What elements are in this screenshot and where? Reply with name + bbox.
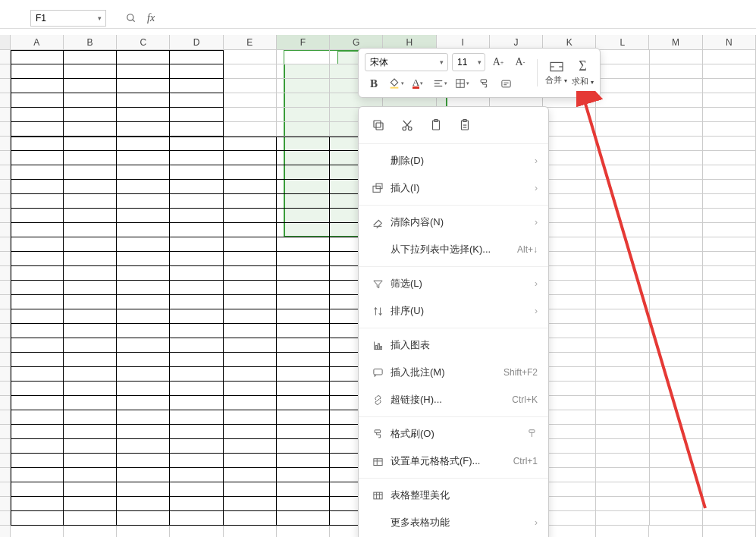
cell[interactable] <box>596 137 649 151</box>
cell[interactable] <box>117 324 170 338</box>
cell[interactable] <box>117 281 170 295</box>
cell[interactable] <box>703 382 756 396</box>
cell[interactable] <box>117 439 170 454</box>
column-header-A[interactable]: A <box>11 35 64 49</box>
cell[interactable] <box>224 266 277 281</box>
cell[interactable] <box>64 468 117 482</box>
cell[interactable] <box>277 93 330 108</box>
cell[interactable] <box>117 511 170 526</box>
cell[interactable] <box>543 497 596 511</box>
cell[interactable] <box>543 482 596 497</box>
cell[interactable] <box>703 367 756 382</box>
cell[interactable] <box>64 324 117 338</box>
cell[interactable] <box>64 309 117 324</box>
cell[interactable] <box>277 324 330 338</box>
cell[interactable] <box>117 309 170 324</box>
cell[interactable] <box>596 526 649 537</box>
row-header[interactable] <box>0 151 11 165</box>
cell[interactable] <box>170 50 223 64</box>
cell[interactable] <box>64 194 117 209</box>
column-header-E[interactable]: E <box>224 35 277 49</box>
cell[interactable] <box>277 295 330 309</box>
cell[interactable] <box>64 396 117 410</box>
menu-sort[interactable]: 排序(U) › <box>359 297 548 325</box>
cell[interactable] <box>64 93 117 108</box>
cell[interactable] <box>11 209 64 223</box>
row-header[interactable] <box>0 382 11 396</box>
cell[interactable] <box>64 64 117 79</box>
cell[interactable] <box>117 64 170 79</box>
cell[interactable] <box>11 425 64 439</box>
cell[interactable] <box>703 309 756 324</box>
cell[interactable] <box>650 324 703 338</box>
cell[interactable] <box>543 165 596 180</box>
cell[interactable] <box>170 108 223 122</box>
cell[interactable] <box>543 180 596 194</box>
cell[interactable] <box>11 194 64 209</box>
copy-icon[interactable] <box>371 118 386 133</box>
cell[interactable] <box>650 425 703 439</box>
cell[interactable] <box>170 396 223 410</box>
row-header[interactable] <box>0 338 11 353</box>
cell[interactable] <box>64 295 117 309</box>
menu-clear[interactable]: 清除内容(N) › <box>359 209 548 236</box>
cell[interactable] <box>703 137 756 151</box>
cell[interactable] <box>596 122 649 137</box>
cell[interactable] <box>277 137 330 151</box>
cell[interactable] <box>224 151 277 165</box>
row-header[interactable] <box>0 209 11 223</box>
cell[interactable] <box>64 382 117 396</box>
cell[interactable] <box>543 396 596 410</box>
cell[interactable] <box>170 137 223 151</box>
cell[interactable] <box>11 108 64 122</box>
cell[interactable] <box>11 497 64 511</box>
cell[interactable] <box>170 93 223 108</box>
cell[interactable] <box>703 454 756 468</box>
cell[interactable] <box>170 64 223 79</box>
cell[interactable] <box>64 122 117 137</box>
cell[interactable] <box>117 122 170 137</box>
cell[interactable] <box>543 281 596 295</box>
cell[interactable] <box>277 468 330 482</box>
cell[interactable] <box>650 468 703 482</box>
cell[interactable] <box>64 338 117 353</box>
menu-insert-chart[interactable]: 插入图表 <box>359 331 548 359</box>
cell[interactable] <box>224 526 277 537</box>
increase-font-icon[interactable]: A+ <box>489 53 507 71</box>
cell[interactable] <box>277 165 330 180</box>
cell[interactable] <box>703 295 756 309</box>
row-header[interactable] <box>0 396 11 410</box>
cell[interactable] <box>117 79 170 93</box>
font-selector[interactable]: 宋体 ▾ <box>365 53 448 71</box>
cell[interactable] <box>64 425 117 439</box>
cell[interactable] <box>543 324 596 338</box>
cell[interactable] <box>64 482 117 497</box>
cell[interactable] <box>170 353 223 367</box>
cell[interactable] <box>64 180 117 194</box>
cell[interactable] <box>224 353 277 367</box>
row-header[interactable] <box>0 165 11 180</box>
cell[interactable] <box>596 468 649 482</box>
cell[interactable] <box>703 209 756 223</box>
row-header[interactable] <box>0 497 11 511</box>
cell[interactable] <box>596 180 649 194</box>
cell[interactable] <box>543 252 596 266</box>
cell[interactable] <box>703 151 756 165</box>
cell[interactable] <box>596 50 649 64</box>
cell[interactable] <box>117 468 170 482</box>
column-header-F[interactable]: F <box>277 35 330 49</box>
cell[interactable] <box>117 338 170 353</box>
cell[interactable] <box>703 281 756 295</box>
cell[interactable] <box>11 151 64 165</box>
cell[interactable] <box>11 410 64 425</box>
row-header[interactable] <box>0 223 11 237</box>
cell[interactable] <box>64 108 117 122</box>
cell[interactable] <box>170 482 223 497</box>
cell[interactable] <box>277 338 330 353</box>
cell[interactable] <box>170 295 223 309</box>
cell[interactable] <box>596 396 649 410</box>
cell[interactable] <box>170 266 223 281</box>
row-header[interactable] <box>0 108 11 122</box>
cell[interactable] <box>11 482 64 497</box>
cell[interactable] <box>224 454 277 468</box>
